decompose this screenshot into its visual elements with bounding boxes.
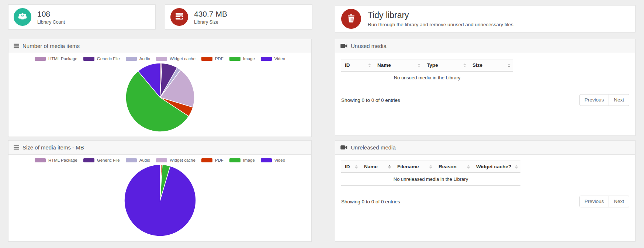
legend-label: Widget cache (170, 158, 195, 162)
column-header-id[interactable]: ID (341, 161, 360, 173)
sort-desc-icon (388, 167, 391, 169)
library-count-icon-circle (14, 8, 31, 26)
legend-label: Audio (139, 56, 150, 61)
legend-item-video[interactable]: Video (261, 56, 285, 61)
legend-item-image[interactable]: Image (229, 158, 255, 162)
next-button[interactable]: Next (609, 196, 629, 207)
next-button[interactable]: Next (609, 94, 629, 106)
legend-label: PDF (215, 56, 224, 61)
unreleased-media-table: IDNameFilenameReasonWidget cache? No unr… (341, 161, 520, 186)
column-label: ID (345, 62, 350, 68)
legend-swatch (229, 57, 240, 61)
legend-swatch (261, 57, 272, 61)
sort-asc-icon (355, 165, 358, 166)
legend-item-html-package[interactable]: HTML Package (35, 56, 77, 61)
column-header-name[interactable]: Name (360, 161, 394, 173)
media-count-pie-chart[interactable] (125, 62, 195, 132)
unused-media-table-wrap: IDNameTypeSize No unsued media in the Li… (335, 53, 635, 84)
column-header-name[interactable]: Name (374, 59, 423, 72)
legend-item-image[interactable]: Image (229, 56, 255, 61)
library-count-text: 108 Library Count (37, 9, 65, 25)
unreleased-media-panel: Unreleased media IDNameFilenameReasonWid… (335, 140, 636, 242)
legend-swatch (261, 158, 272, 162)
tidy-subtitle: Run through the library and remove unuse… (368, 22, 513, 27)
legend-label: Generic File (97, 158, 120, 162)
chart-legend: HTML PackageGeneric FileAudioWidget cach… (8, 56, 311, 61)
table-empty-row: No unreleased media in the Library (341, 173, 520, 186)
trash-icon (347, 14, 355, 24)
sort-asc-icon (508, 63, 510, 65)
sort-carets (515, 165, 518, 169)
legend-item-pdf[interactable]: PDF (201, 56, 224, 61)
legend-item-audio[interactable]: Audio (126, 158, 150, 162)
sort-desc-icon (508, 66, 510, 67)
table-header-row: IDNameFilenameReasonWidget cache? (341, 161, 520, 173)
sort-desc-icon (463, 66, 466, 67)
server-icon (175, 13, 183, 21)
library-count-card: 108 Library Count (8, 4, 156, 30)
media-size-chart-panel: Size of media items - MB HTML PackageGen… (8, 140, 312, 242)
sort-asc-icon (463, 63, 466, 65)
legend-item-generic-file[interactable]: Generic File (83, 158, 120, 162)
library-count-label: Library Count (37, 20, 65, 25)
legend-swatch (83, 158, 94, 162)
legend-item-pdf[interactable]: PDF (201, 158, 224, 162)
column-label: Filename (397, 164, 419, 169)
legend-swatch (126, 158, 137, 162)
sort-carets (388, 165, 391, 169)
legend-label: Generic File (97, 56, 120, 61)
column-header-id[interactable]: ID (341, 59, 374, 72)
column-header-size[interactable]: Size (469, 59, 513, 72)
legend-item-generic-file[interactable]: Generic File (83, 56, 120, 61)
legend-item-audio[interactable]: Audio (126, 56, 150, 61)
legend-label: PDF (215, 158, 224, 162)
column-header-reason[interactable]: Reason (435, 161, 472, 173)
table-empty-row: No unsued media in the Library (341, 71, 513, 84)
tidy-library-card[interactable]: Tidy library Run through the library and… (335, 5, 636, 32)
column-header-filename[interactable]: Filename (394, 161, 435, 173)
tidy-title: Tidy library (368, 10, 513, 21)
column-label: Size (472, 62, 482, 68)
tidy-icon-circle (341, 9, 361, 29)
sort-carets (429, 165, 432, 169)
media-count-panel-header: Number of media items (8, 39, 311, 53)
legend-item-html-package[interactable]: HTML Package (35, 158, 77, 162)
column-label: Widget cache? (476, 164, 511, 169)
sort-desc-icon (355, 167, 358, 169)
empty-message-cell: No unreleased media in the Library (341, 173, 520, 186)
media-size-pie-chart[interactable] (124, 164, 197, 237)
legend-swatch (126, 57, 137, 61)
column-label: ID (345, 164, 350, 169)
sort-carets (418, 63, 420, 67)
previous-button[interactable]: Previous (579, 196, 609, 207)
legend-item-widget-cache[interactable]: Widget cache (156, 56, 195, 61)
sort-desc-icon (368, 66, 371, 67)
unreleased-media-footer: Showing 0 to 0 of 0 entries Previous Nex… (341, 196, 629, 207)
previous-button[interactable]: Previous (579, 94, 609, 106)
unreleased-media-table-wrap: IDNameFilenameReasonWidget cache? No unr… (335, 155, 635, 186)
legend-swatch (35, 57, 46, 61)
legend-swatch (201, 57, 212, 61)
sort-carets (355, 165, 358, 169)
sort-asc-icon (368, 63, 371, 65)
tidy-text: Tidy library Run through the library and… (368, 10, 513, 28)
legend-item-widget-cache[interactable]: Widget cache (156, 158, 195, 162)
sort-carets (508, 63, 510, 67)
column-header-type[interactable]: Type (423, 59, 469, 72)
panel-title: Number of media items (22, 43, 80, 49)
legend-label: Image (243, 56, 255, 61)
media-size-chart-body: HTML PackageGeneric FileAudioWidget cach… (8, 155, 311, 237)
chart-legend: HTML PackageGeneric FileAudioWidget cach… (8, 158, 311, 162)
legend-label: Video (274, 56, 285, 61)
media-size-panel-header: Size of media items - MB (8, 141, 311, 155)
sort-asc-icon (515, 165, 518, 166)
sort-asc-icon (388, 165, 391, 166)
column-header-widget-cache-[interactable]: Widget cache? (472, 161, 520, 173)
legend-swatch (229, 158, 240, 162)
library-size-value: 430.7 MB (194, 9, 227, 18)
table-header-row: IDNameTypeSize (341, 59, 513, 72)
legend-label: Video (274, 158, 285, 162)
legend-label: Audio (139, 158, 150, 162)
legend-item-video[interactable]: Video (261, 158, 285, 162)
legend-swatch (35, 158, 46, 162)
